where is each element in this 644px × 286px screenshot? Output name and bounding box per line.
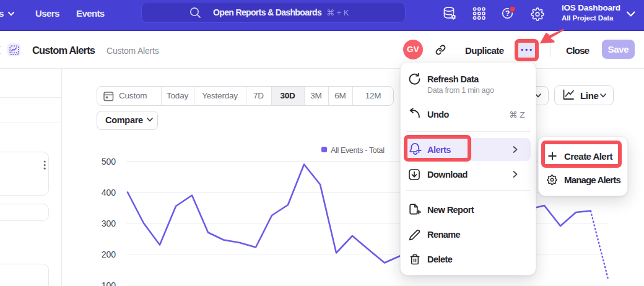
svg-text:100: 100	[102, 280, 116, 286]
svg-text:400: 400	[102, 188, 116, 197]
svg-text:300: 300	[102, 219, 116, 228]
svg-text:200: 200	[102, 249, 116, 259]
svg-text:500: 500	[102, 157, 116, 167]
